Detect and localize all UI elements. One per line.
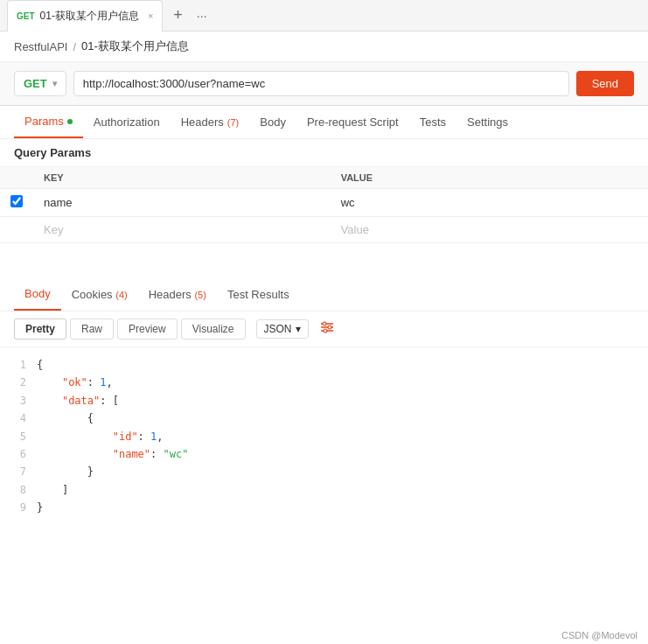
tab-headers-label: Headers: [181, 116, 224, 129]
json-line-3: 3 "data": [: [14, 392, 634, 410]
resp-headers-badge: (5): [194, 290, 206, 300]
line-number: 3: [14, 392, 26, 410]
key-column-header: KEY: [33, 167, 331, 189]
json-content: "id": 1,: [37, 428, 164, 445]
empty-row: Key Value: [0, 217, 648, 243]
breadcrumb-current: 01-获取某个用户信息: [81, 38, 189, 54]
json-line-7: 7 }: [14, 463, 634, 480]
url-bar: GET ▾ Send: [0, 62, 648, 106]
json-output: 1 { 2 "ok": 1, 3 "data": [ 4 { 5 "id": 1…: [0, 347, 648, 526]
tab-settings-label: Settings: [467, 116, 508, 129]
line-number: 5: [14, 428, 26, 445]
tab-settings[interactable]: Settings: [456, 107, 519, 137]
value-placeholder: Value: [341, 223, 369, 236]
method-label: GET: [24, 77, 47, 90]
method-select[interactable]: GET ▾: [14, 71, 66, 96]
value-cell[interactable]: wc: [331, 189, 648, 217]
json-line-4: 4 {: [14, 410, 634, 427]
empty-value-cell[interactable]: Value: [331, 217, 648, 243]
spacer: [0, 243, 648, 278]
resp-tab-headers-label: Headers: [149, 288, 192, 301]
view-visualize-button[interactable]: Visualize: [181, 318, 246, 340]
row-checkbox[interactable]: [10, 195, 23, 207]
json-content: "ok": 1,: [37, 374, 113, 391]
json-content: "data": [: [37, 392, 119, 410]
send-button[interactable]: Send: [576, 71, 634, 96]
resp-tab-headers[interactable]: Headers (5): [138, 279, 217, 310]
tab-body-label: Body: [260, 116, 286, 129]
checkbox-column-header: [0, 167, 33, 189]
breadcrumb-separator: /: [73, 40, 76, 53]
json-line-1: 1 {: [14, 356, 634, 374]
tab-pre-request-label: Pre-request Script: [307, 116, 399, 129]
close-tab-button[interactable]: ×: [148, 10, 153, 21]
svg-point-4: [328, 326, 331, 329]
resp-tab-body[interactable]: Body: [14, 278, 61, 311]
resp-tab-body-label: Body: [24, 287, 51, 300]
tab-authorization-label: Authorization: [94, 116, 160, 129]
view-preview-button[interactable]: Preview: [117, 318, 178, 340]
breadcrumb-parent[interactable]: RestfulAPI: [14, 40, 67, 53]
json-content: {: [37, 410, 94, 427]
json-content: }: [37, 463, 94, 480]
new-tab-button[interactable]: +: [166, 6, 190, 24]
json-content: }: [37, 499, 43, 516]
resp-tab-cookies-label: Cookies: [72, 288, 113, 301]
cookies-badge: (4): [115, 290, 127, 300]
resp-tab-test-results-label: Test Results: [227, 288, 289, 301]
tab-title: 01-获取某个用户信息: [40, 9, 139, 24]
active-tab[interactable]: GET 01-获取某个用户信息 ×: [7, 0, 163, 32]
tab-headers[interactable]: Headers (7): [171, 107, 250, 137]
tab-params-label: Params: [24, 115, 64, 128]
tab-method-badge: GET: [17, 11, 35, 21]
svg-point-3: [323, 322, 326, 326]
view-options: Pretty Raw Preview Visualize JSON ▾: [0, 312, 648, 347]
row-checkbox-cell[interactable]: [0, 189, 33, 217]
tab-tests-label: Tests: [420, 116, 446, 129]
resp-tab-test-results[interactable]: Test Results: [217, 279, 300, 310]
json-line-9: 9 }: [14, 499, 634, 516]
params-dot-icon: [67, 119, 73, 124]
key-cell[interactable]: name: [33, 189, 331, 217]
response-tabs: Body Cookies (4) Headers (5) Test Result…: [0, 278, 648, 312]
value-column-header: VALUE: [331, 167, 648, 189]
json-content: "name": "wc": [37, 445, 188, 463]
line-number: 9: [14, 499, 26, 516]
svg-point-5: [324, 329, 327, 332]
request-tabs: Params Authorization Headers (7) Body Pr…: [0, 106, 648, 139]
tab-body[interactable]: Body: [249, 107, 296, 137]
table-row: name wc: [0, 189, 648, 217]
key-placeholder: Key: [44, 223, 63, 236]
breadcrumb: RestfulAPI / 01-获取某个用户信息: [0, 32, 648, 62]
json-content: ]: [37, 481, 68, 499]
more-tabs-button[interactable]: ···: [193, 9, 211, 23]
resp-tab-cookies[interactable]: Cookies (4): [61, 279, 138, 310]
headers-badge: (7): [227, 117, 239, 128]
line-number: 2: [14, 374, 26, 391]
line-number: 8: [14, 481, 26, 499]
format-select[interactable]: JSON ▾: [256, 319, 309, 339]
json-line-2: 2 "ok": 1,: [14, 374, 634, 391]
line-number: 4: [14, 410, 26, 427]
method-arrow-icon: ▾: [52, 79, 57, 88]
json-line-8: 8 ]: [14, 481, 634, 499]
url-input[interactable]: [73, 71, 569, 96]
json-content: {: [37, 356, 43, 374]
json-line-5: 5 "id": 1,: [14, 428, 634, 445]
tab-authorization[interactable]: Authorization: [83, 107, 171, 137]
tab-params[interactable]: Params: [14, 106, 83, 138]
view-raw-button[interactable]: Raw: [70, 318, 114, 340]
tab-pre-request[interactable]: Pre-request Script: [296, 107, 409, 137]
params-table: KEY VALUE name wc Key Value: [0, 167, 648, 243]
filter-icon[interactable]: [319, 319, 335, 339]
line-number: 1: [14, 356, 26, 374]
json-line-6: 6 "name": "wc": [14, 445, 634, 463]
view-pretty-button[interactable]: Pretty: [14, 318, 66, 340]
query-params-label: Query Params: [0, 139, 648, 167]
tab-tests[interactable]: Tests: [409, 107, 456, 137]
format-arrow-icon: ▾: [296, 323, 301, 335]
line-number: 6: [14, 445, 26, 463]
empty-key-cell[interactable]: Key: [33, 217, 331, 243]
format-label: JSON: [264, 323, 292, 335]
line-number: 7: [14, 463, 26, 480]
